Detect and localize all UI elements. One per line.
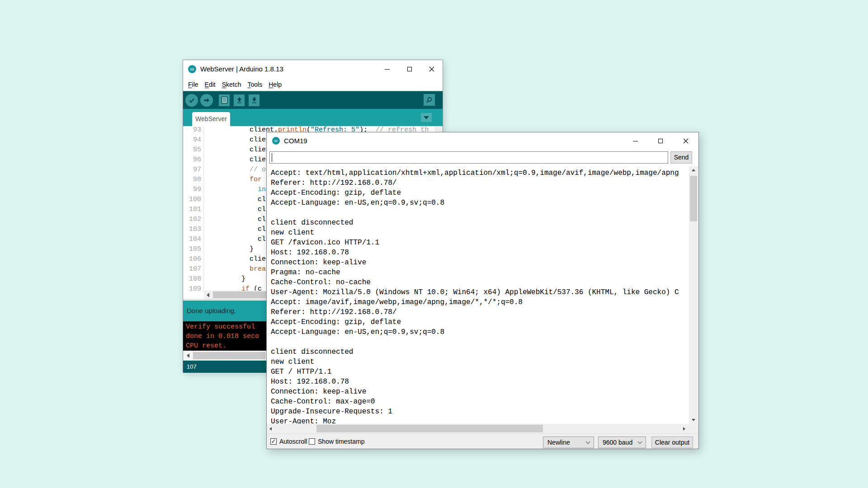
serial-send-input[interactable] (269, 151, 668, 164)
scrollbar-thumb[interactable] (193, 352, 265, 359)
show-timestamp-checkbox[interactable] (309, 438, 315, 445)
menu-file[interactable]: File (185, 81, 202, 88)
serial-output-line: Host: 192.168.0.78 (271, 248, 689, 258)
serial-output-line: Accept: text/html,application/xhtml+xml,… (271, 168, 689, 178)
open-up-arrow-icon (236, 96, 243, 104)
serial-monitor-button[interactable] (424, 94, 435, 106)
maximize-button[interactable] (648, 132, 673, 150)
serial-output-line: User-Agent: Moz (271, 417, 689, 424)
serial-output-line: client disconnected (271, 347, 689, 357)
menu-edit[interactable]: Edit (202, 81, 219, 88)
chevron-down-icon (586, 439, 590, 444)
close-button[interactable] (673, 132, 698, 150)
close-icon (683, 138, 689, 144)
serial-output-line (271, 208, 689, 218)
send-row: Send (267, 150, 698, 166)
clear-output-button[interactable]: Clear output (651, 436, 693, 448)
serial-output-line: Accept-Language: en-US,en;q=0.9,sv;q=0.8 (271, 327, 689, 337)
tab-webserver[interactable]: WebServer (192, 112, 230, 126)
maximize-button[interactable] (398, 60, 420, 78)
scrollbar-thumb[interactable] (213, 291, 273, 298)
serial-monitor-magnifier-icon (425, 96, 433, 104)
menu-sketch[interactable]: Sketch (219, 81, 245, 88)
chevron-down-icon (638, 439, 642, 444)
arduino-window-title: WebServer | Arduino 1.8.13 (200, 60, 283, 78)
show-timestamp-label: Show timestamp (318, 438, 364, 445)
serial-monitor-controls: ✓ Autoscroll Show timestamp Newline 9600… (267, 433, 698, 449)
arduino-logo-icon: ∞ (188, 65, 196, 73)
serial-output-line: Upgrade-Insecure-Requests: 1 (271, 407, 689, 417)
serial-output-line: client disconnected (271, 218, 689, 228)
arduino-tabstrip: WebServer (183, 109, 443, 126)
minimize-button[interactable] (623, 132, 648, 150)
serial-output-line: Accept-Encoding: gzip, deflate (271, 188, 689, 198)
serial-output-line: Cache-Control: max-age=0 (271, 397, 689, 407)
serial-output-line: User-Agent: Mozilla/5.0 (Windows NT 10.0… (271, 287, 689, 297)
serial-output-line: new client (271, 228, 689, 238)
arduino-toolbar (183, 91, 443, 109)
scroll-left-icon (187, 353, 189, 358)
maximize-icon (407, 67, 412, 71)
text-caret (272, 153, 272, 162)
scroll-right-button[interactable] (680, 424, 688, 433)
baud-rate-select[interactable]: 9600 baud (598, 436, 646, 448)
scroll-up-button[interactable] (689, 166, 698, 174)
scroll-left-button[interactable] (267, 424, 274, 433)
autoscroll-label: Autoscroll (279, 438, 307, 445)
serial-output-line: GET / HTTP/1.1 (271, 367, 689, 377)
serial-output-line: Referer: http://192.168.0.78/ (271, 307, 689, 317)
chevron-down-icon (424, 116, 429, 119)
scroll-down-button[interactable] (689, 416, 698, 424)
scroll-down-icon (692, 419, 695, 421)
scroll-right-icon (683, 427, 685, 431)
minimize-button[interactable] (376, 60, 398, 78)
upload-arrow-icon (203, 97, 210, 104)
serial-output-line: Accept-Encoding: gzip, deflate (271, 317, 689, 327)
autoscroll-checkbox[interactable]: ✓ (270, 438, 277, 445)
verify-button[interactable] (185, 94, 198, 107)
scrollbar-thumb[interactable] (690, 176, 697, 221)
save-down-arrow-icon (251, 96, 258, 104)
arduino-titlebar[interactable]: ∞ WebServer | Arduino 1.8.13 (183, 60, 443, 78)
upload-button[interactable] (200, 94, 213, 107)
serial-output-line: GET /favicon.ico HTTP/1.1 (271, 238, 689, 248)
serial-output-line: Host: 192.168.0.78 (271, 377, 689, 387)
serial-output-line: Connection: keep-alive (271, 258, 689, 267)
serial-output-line: Pragma: no-cache (271, 267, 689, 277)
maximize-icon (658, 139, 663, 143)
menu-help[interactable]: Help (265, 81, 285, 88)
serial-monitor-window: ∞ COM19 Send Accept: text/html,applicati… (266, 132, 699, 449)
serial-output-line: Referer: http://192.168.0.78/ (271, 178, 689, 188)
tab-list-dropdown-button[interactable] (421, 113, 432, 122)
serial-output-area: Accept: text/html,application/xhtml+xml,… (267, 166, 689, 424)
serial-output-line: Connection: keep-alive (271, 387, 689, 397)
open-button[interactable] (234, 94, 245, 106)
arduino-logo-icon: ∞ (272, 137, 280, 145)
scroll-left-icon (269, 427, 272, 431)
close-icon (429, 66, 434, 72)
scroll-up-icon (692, 169, 695, 171)
output-horizontal-scrollbar[interactable] (267, 424, 698, 433)
scroll-left-icon (207, 293, 209, 297)
menu-tools[interactable]: Tools (245, 81, 266, 88)
serial-output-line: Accept: image/avif,image/webp,image/apng… (271, 297, 689, 307)
serial-output-line (271, 337, 689, 347)
close-button[interactable] (420, 60, 443, 78)
serial-output-line: Accept-Language: en-US,en;q=0.9,sv;q=0.8 (271, 198, 689, 208)
arduino-window-controls (376, 60, 443, 78)
serial-output-line: new client (271, 357, 689, 367)
output-vertical-scrollbar[interactable] (689, 166, 698, 424)
line-ending-value: Newline (547, 439, 570, 446)
scroll-left-button[interactable] (204, 291, 212, 299)
scroll-left-button[interactable] (184, 351, 192, 361)
line-ending-select[interactable]: Newline (543, 436, 594, 448)
save-button[interactable] (249, 94, 259, 106)
serial-monitor-titlebar[interactable]: ∞ COM19 (267, 132, 698, 150)
new-sketch-button[interactable] (219, 94, 230, 106)
new-document-icon (221, 96, 228, 104)
scrollbar-thumb[interactable] (316, 425, 543, 432)
serial-window-controls (623, 132, 698, 150)
minimize-icon (385, 69, 390, 70)
serial-output-line: Cache-Control: no-cache (271, 277, 689, 287)
send-button[interactable]: Send (670, 151, 692, 164)
